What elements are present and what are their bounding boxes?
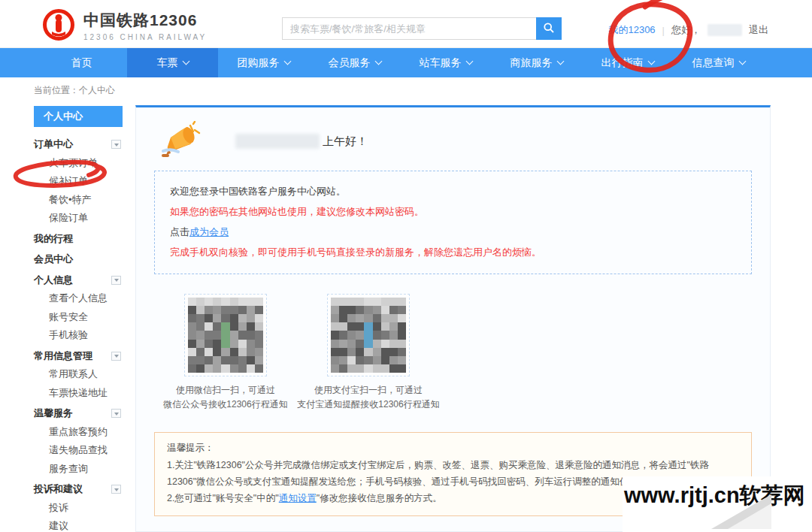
sidebar-item-label: 个人信息	[34, 274, 73, 286]
greeting-text: 上午好！	[323, 135, 368, 149]
search-bar	[282, 17, 562, 40]
sidebar-item[interactable]: 建议	[34, 517, 123, 532]
search-input[interactable]	[282, 17, 536, 40]
collapse-toggle-icon[interactable]	[111, 276, 121, 285]
nav-item[interactable]: 团购服务	[218, 48, 309, 77]
search-icon	[543, 22, 555, 36]
header-links: 我的12306 | 您好， 退出	[608, 23, 768, 37]
logout-link[interactable]: 退出	[749, 23, 768, 37]
wechat-qr-caption-2: 微信公众号接收12306行程通知	[154, 397, 297, 412]
nav-item-label: 信息查询	[692, 56, 735, 70]
notification-settings-link[interactable]: 通知设置	[279, 493, 317, 503]
site-title: 中国铁路12306	[83, 10, 207, 31]
sidebar-item-label: 我的行程	[34, 233, 73, 244]
chevron-down-icon	[465, 58, 473, 65]
nav-item-label: 站车服务	[420, 56, 462, 70]
greeting-row: 上午好！	[154, 119, 752, 163]
wechat-qr-code	[184, 294, 267, 376]
sidebar-item-label: 投诉	[49, 502, 68, 513]
nav-item[interactable]: 会员服务	[309, 48, 400, 77]
sidebar-item[interactable]: 查看个人信息	[34, 289, 123, 308]
sidebar-item[interactable]: 投诉和建议	[34, 480, 123, 499]
sidebar-item-label: 订单中心	[34, 138, 73, 150]
welcome-notice-box: 欢迎您登录中国铁路客户服务中心网站。 如果您的密码在其他网站也使用，建议您修改本…	[154, 171, 752, 274]
member-line: 点击成为会员	[170, 222, 736, 242]
become-member-link[interactable]: 成为会员	[189, 226, 229, 237]
nav-item[interactable]: 首页	[36, 48, 127, 77]
sidebar-item[interactable]: 个人信息	[34, 271, 123, 290]
wechat-qr-caption-1: 使用微信扫一扫，可通过	[154, 383, 297, 397]
nav-item[interactable]: 信息查询	[673, 48, 764, 77]
megaphone-icon	[160, 121, 204, 162]
sidebar-item[interactable]: 常用联系人	[34, 365, 123, 384]
sidebar-item[interactable]: 餐饮•特产	[34, 191, 123, 210]
nav-item-label: 团购服务	[238, 56, 280, 70]
sidebar-item[interactable]: 账号安全	[34, 308, 123, 327]
sidebar-item[interactable]: 订单中心	[34, 135, 123, 154]
sidebar-item[interactable]: 重点旅客预约	[34, 423, 123, 442]
password-warning-line: 如果您的密码在其他网站也使用，建议您修改本网站密码。	[170, 201, 736, 222]
nav-item-label: 商旅服务	[511, 56, 553, 70]
sidebar-item[interactable]: 车票快递地址	[34, 384, 123, 403]
site-subtitle: 12306 CHINA RAILWAY	[83, 33, 207, 41]
sidebar-item-label: 车票快递地址	[49, 387, 108, 398]
main-nav: 首页车票团购服务会员服务站车服务商旅服务出行指南信息查询	[0, 48, 812, 77]
qr-section: 使用微信扫一扫，可通过 微信公众号接收12306行程通知 使用支付宝扫一扫，可通…	[154, 294, 752, 412]
collapse-toggle-icon[interactable]	[111, 140, 121, 149]
sidebar-item[interactable]: 遗失物品查找	[34, 441, 123, 460]
username-blurred	[707, 24, 742, 36]
china-railway-emblem-icon	[41, 7, 76, 44]
chevron-down-icon	[647, 58, 655, 65]
tips-line2-prefix: 2.您可通过"账号安全"中的"	[167, 493, 279, 503]
chevron-down-icon	[738, 58, 746, 65]
logo[interactable]: 中国铁路12306 12306 CHINA RAILWAY	[41, 7, 207, 44]
sidebar-item[interactable]: 保险订单	[34, 209, 123, 228]
chevron-down-icon	[283, 58, 291, 65]
sidebar-item[interactable]: 服务查询	[34, 460, 123, 479]
sidebar-item[interactable]: 候补订单	[34, 172, 123, 191]
sidebar-item-label: 账号安全	[49, 311, 88, 322]
sidebar-item[interactable]: 我的行程	[34, 230, 123, 249]
sidebar-item-label: 常用信息管理	[34, 350, 92, 361]
sidebar-item-label: 个人中心	[44, 110, 83, 122]
nav-item-label: 首页	[71, 56, 92, 70]
search-button[interactable]	[536, 17, 562, 40]
alipay-qr-block: 使用支付宝扫一扫，可通过 支付宝通知提醒接收12306行程通知	[297, 294, 440, 412]
my-12306-link[interactable]: 我的12306	[608, 23, 655, 37]
header: 中国铁路12306 12306 CHINA RAILWAY 我的12306 | …	[0, 0, 812, 48]
member-line-prefix: 点击	[170, 226, 189, 237]
wechat-qr-block: 使用微信扫一扫，可通过 微信公众号接收12306行程通知	[154, 294, 297, 412]
sidebar-item-label: 温馨服务	[34, 407, 73, 419]
sidebar-item-label: 重点旅客预约	[49, 426, 108, 437]
greeting-name-blurred	[235, 134, 320, 149]
nav-item[interactable]: 站车服务	[400, 48, 491, 77]
nav-item[interactable]: 出行指南	[582, 48, 673, 77]
phone-verify-line: 完成手机双向核验，即可使用手机号码直接登录的新服务，解除您遗忘用户名的烦恼。	[170, 242, 736, 262]
collapse-toggle-icon[interactable]	[111, 409, 121, 418]
tips-line2-suffix: "修改您接收信息服务的方式。	[317, 493, 442, 503]
sidebar-item[interactable]: 手机核验	[34, 326, 123, 345]
sidebar-item[interactable]: 常用信息管理	[34, 347, 123, 366]
nav-item-label: 会员服务	[329, 56, 371, 70]
nav-item-label: 出行指南	[601, 56, 644, 70]
nav-item-label: 车票	[157, 56, 178, 70]
collapse-toggle-icon[interactable]	[111, 352, 121, 361]
sidebar-item[interactable]: 会员中心	[34, 250, 123, 269]
nav-item[interactable]: 商旅服务	[491, 48, 582, 77]
sidebar-item-label: 保险订单	[49, 212, 88, 223]
sidebar-item[interactable]: 个人中心	[34, 106, 123, 127]
sidebar-item-label: 候补订单	[49, 175, 88, 186]
sidebar-item-label: 火车票订单	[49, 157, 98, 168]
alipay-qr-caption-1: 使用支付宝扫一扫，可通过	[297, 383, 440, 397]
sidebar-item[interactable]: 温馨服务	[34, 404, 123, 423]
sidebar-menu: 个人中心订单中心火车票订单候补订单餐饮•特产保险订单我的行程会员中心个人信息查看…	[34, 106, 123, 532]
collapse-toggle-icon[interactable]	[111, 485, 121, 494]
chevron-down-icon	[182, 58, 189, 65]
sidebar-item[interactable]: 火车票订单	[34, 154, 123, 173]
welcome-line: 欢迎您登录中国铁路客户服务中心网站。	[170, 181, 736, 201]
sidebar-item[interactable]: 投诉	[34, 499, 123, 518]
sidebar-item-label: 建议	[49, 520, 68, 531]
nav-item[interactable]: 车票	[127, 48, 218, 77]
warm-tips-title: 温馨提示：	[167, 440, 739, 456]
divider: |	[662, 25, 665, 36]
